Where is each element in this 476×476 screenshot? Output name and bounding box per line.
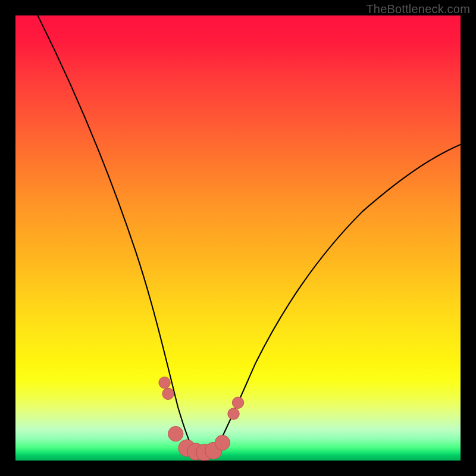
- marker: [168, 426, 183, 441]
- marker: [232, 397, 243, 408]
- plot-area: [15, 15, 461, 461]
- right-curve: [216, 145, 461, 449]
- marker: [159, 377, 170, 388]
- marker: [215, 435, 230, 450]
- watermark-text: TheBottleneck.com: [366, 2, 470, 16]
- curves-layer: [15, 15, 461, 461]
- chart-frame: TheBottleneck.com: [0, 0, 476, 476]
- marker: [162, 388, 174, 399]
- marker: [228, 408, 239, 419]
- marker-group: [159, 377, 244, 461]
